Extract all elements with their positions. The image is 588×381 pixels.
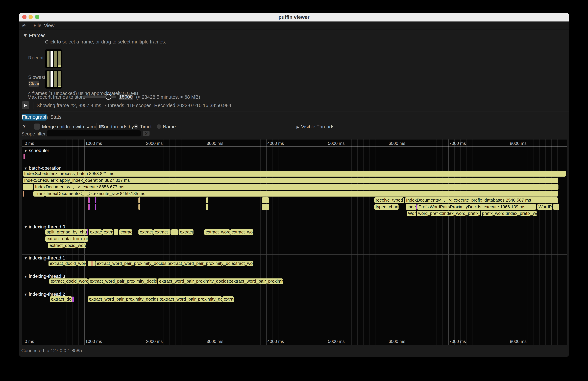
sort-name-label: Name <box>163 124 176 129</box>
scope-bar[interactable]: PrefixWordPairsProximityDocids::execute … <box>417 204 536 210</box>
scope-bar[interactable] <box>93 261 95 266</box>
scope-bar[interactable]: extract::data_from_ob <box>45 236 88 242</box>
help-button[interactable]: ? <box>23 124 26 129</box>
sort-name-radio[interactable] <box>157 124 161 129</box>
scope-bar[interactable]: extract <box>179 229 193 235</box>
scope-bar[interactable] <box>262 197 269 203</box>
gridline <box>182 139 182 345</box>
scope-bar[interactable] <box>206 204 208 210</box>
scope-bar[interactable]: extrac <box>222 296 234 302</box>
scope-bar[interactable]: extract_ <box>153 229 170 235</box>
gridline <box>315 139 315 345</box>
max-frames-slider-knob[interactable] <box>105 94 111 100</box>
scope-bar[interactable]: extract_word_pair_proximity_docids::extr… <box>88 296 222 302</box>
scope-bar[interactable]: extract_docid_word <box>48 261 86 266</box>
scope-bar[interactable]: Word <box>407 211 416 216</box>
scope-bar[interactable]: IndexDocuments<_, _>::execute_raw 8459.1… <box>45 191 558 196</box>
play-button[interactable]: ▶ <box>22 101 29 109</box>
scope-bar[interactable] <box>171 229 178 235</box>
scope-bar[interactable] <box>262 204 269 210</box>
thread-header-scheduler[interactable]: ▼scheduler <box>23 148 50 153</box>
scope-bar[interactable]: split_grenad_by_chun <box>45 229 87 235</box>
scope-bar[interactable] <box>95 204 96 210</box>
scope-bar[interactable]: extrac <box>119 229 132 235</box>
scope-bar[interactable]: extra <box>102 229 113 235</box>
collapse-triangle-icon: ▼ <box>24 225 27 229</box>
slowest-frames-thumbnail[interactable] <box>45 70 62 89</box>
scope-bar[interactable] <box>138 204 140 210</box>
scope-bar[interactable] <box>114 229 118 235</box>
scope-bar[interactable] <box>23 154 25 159</box>
thumbnail-bar <box>54 71 57 87</box>
scope-bar[interactable] <box>206 197 208 203</box>
menu-file[interactable]: File <box>34 21 42 30</box>
scope-bar[interactable]: extract_wo <box>230 229 253 235</box>
scope-bar[interactable]: prefix_word::index_prefix_wo <box>481 211 537 216</box>
scope-filter-input[interactable] <box>47 130 141 136</box>
scope-bar[interactable]: IndexScheduler>::process_batch 8953.821 … <box>23 171 566 177</box>
recent-frames-thumbnail[interactable] <box>45 49 62 68</box>
app-menu-icon[interactable]: ✳ <box>22 21 26 30</box>
scope-filter-clear-button[interactable]: x <box>143 131 149 136</box>
scope-bar[interactable]: extract_word_pair_proximity_docids::extr… <box>95 261 230 266</box>
slowest-label: Slowest: <box>28 75 47 80</box>
scope-bar[interactable]: word_prefix::index_word_prefix_ <box>417 211 480 216</box>
frames-header[interactable]: ▼ Frames <box>23 33 45 38</box>
scope-bar[interactable]: extract_word_pair_proximity_docids <box>88 278 157 284</box>
scope-bar[interactable]: IndexScheduler>::apply_index_operation 8… <box>23 178 558 183</box>
tab-flamegraph[interactable]: Flamegraph <box>22 114 47 121</box>
tab-stats[interactable]: Stats <box>50 114 62 121</box>
scope-bar[interactable]: extract_word_pair_proximity_docids::extr… <box>158 278 283 284</box>
menu-view[interactable]: View <box>44 21 54 30</box>
scope-bar[interactable]: IndexDocuments<_, _>::execute 8656.677 m… <box>34 184 558 190</box>
clear-button[interactable]: Clear <box>28 81 39 87</box>
scope-bar[interactable] <box>95 197 96 203</box>
scope-bar[interactable] <box>23 184 33 190</box>
scope-bar[interactable]: extract_ <box>138 229 153 235</box>
scope-bar[interactable] <box>23 191 24 196</box>
scope-bar[interactable]: extract_wo <box>230 261 253 266</box>
thumbnail-bar <box>58 71 61 87</box>
visible-threads-toggle[interactable]: ▶Visible Threads <box>296 124 335 129</box>
max-frames-slider[interactable] <box>83 96 116 98</box>
gridline <box>436 139 437 345</box>
scope-bar[interactable] <box>87 229 88 235</box>
max-frames-value[interactable]: 18000 <box>119 94 133 100</box>
gridline <box>242 139 242 345</box>
merge-children-checkbox[interactable] <box>34 124 40 129</box>
scope-bar[interactable]: extract_doc <box>50 296 72 302</box>
scope-bar[interactable] <box>89 204 90 210</box>
thread-header-indexing-thread:1[interactable]: ▼indexing-thread:1 <box>23 255 66 261</box>
flamegraph-canvas[interactable]: 0 ms0 ms1000 ms1000 ms2000 ms2000 ms3000… <box>22 139 567 345</box>
gridline <box>157 139 157 345</box>
thread-header-batch-operation[interactable]: ▼batch-operation <box>23 166 63 171</box>
scope-bar[interactable] <box>91 261 93 266</box>
scope-bar[interactable] <box>88 261 91 266</box>
scope-bar[interactable] <box>72 296 74 302</box>
scope-bar[interactable]: index <box>406 204 417 210</box>
scope-bar[interactable]: extract_word <box>204 229 230 235</box>
scope-bar[interactable]: extract <box>89 229 102 235</box>
scope-bar[interactable] <box>89 197 90 203</box>
scope-bar[interactable] <box>138 197 140 203</box>
thread-header-indexing-thread:0[interactable]: ▼indexing-thread:0 <box>23 224 66 230</box>
scope-bar[interactable]: extract_docid_word <box>48 243 86 248</box>
sort-time-radio[interactable] <box>134 124 138 129</box>
section-divider-2 <box>19 122 569 122</box>
gridline <box>66 139 66 345</box>
scope-bar[interactable]: extract_docid_word <box>49 278 88 284</box>
scope-bar[interactable]: Trans <box>33 191 45 196</box>
scope-bar[interactable] <box>553 204 559 210</box>
gridline <box>163 139 164 345</box>
scope-bar[interactable]: IndexDocuments<_, _>::execute_prefix_dat… <box>405 197 558 203</box>
thumbnail-bar <box>47 51 49 67</box>
collapse-triangle-icon: ▼ <box>24 166 27 170</box>
scope-bar[interactable]: receive_typed_ <box>374 197 404 203</box>
scope-bar[interactable]: typed_chunk::w <box>374 204 399 210</box>
chevron-right-icon: ▶ <box>296 125 299 129</box>
gridline <box>424 139 424 345</box>
gridline <box>212 139 212 345</box>
thumbnail-bar <box>47 71 49 87</box>
sort-direction-icon[interactable]: ↓ <box>149 124 152 129</box>
scope-bar[interactable]: WordPr <box>537 204 552 210</box>
